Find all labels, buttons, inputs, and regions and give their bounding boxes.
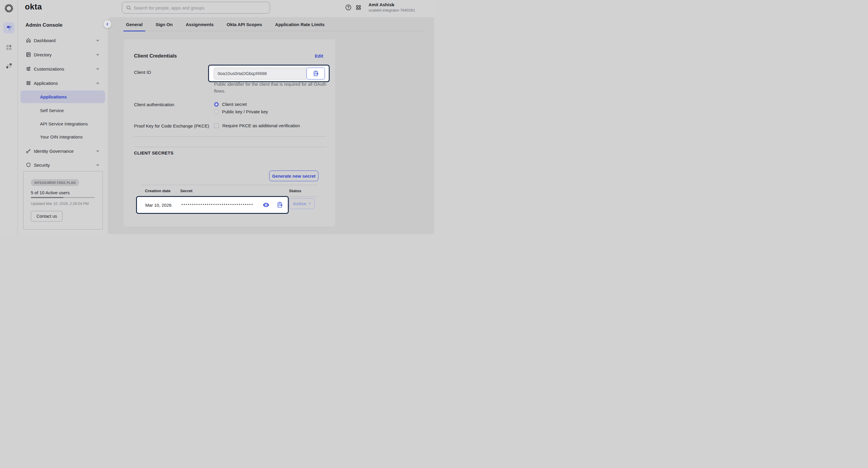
chevron-down-icon [96,67,100,71]
sidebar-item-directory[interactable]: Directory [18,51,107,59]
plan-panel: INTEGRATOR FREE PLAN 5 of 10 Active user… [23,171,103,230]
main-content: General Sign On Assignments Okta API Sco… [107,17,434,234]
sliders-icon [26,66,31,71]
copy-to-clipboard-icon [313,70,319,77]
search-input[interactable] [134,5,267,10]
global-search [122,2,270,13]
tab-application-rate-limits[interactable]: Application Rate Limits [273,22,327,31]
app-detail-tabs: General Sign On Assignments Okta API Sco… [126,22,425,31]
client-id-label: Client ID [134,70,151,75]
sidebar-item-label: Applications [34,81,58,86]
plan-usage-text: 5 of 10 Active users [31,190,70,195]
chevron-down-icon [96,149,100,153]
sidebar-subitem-label: API Service Integrations [40,121,88,126]
key-icon [26,148,31,154]
client-id-highlight-box [208,65,330,82]
copy-secret-icon[interactable] [277,201,283,208]
sidebar-subitem-label: Self Service [40,108,64,113]
client-authentication-label: Client authentication [134,102,174,107]
pkce-checkbox-row[interactable]: Require PKCE as additional verification [214,123,300,128]
radio-unselected-icon [214,110,219,114]
checkbox-unchecked-icon [214,123,219,128]
sidebar-collapse-button[interactable] [103,20,112,28]
tab-okta-api-scopes[interactable]: Okta API Scopes [224,22,265,31]
plan-updated-text: Updated Mar 10, 2026, 2:26:04 PM [31,202,89,206]
okta-wordmark: okta [25,2,42,11]
grid-circles-icon [26,80,31,86]
column-header-secret: Secret [180,188,192,193]
plan-usage-progressbar [31,197,95,198]
grid-add-icon[interactable] [6,45,12,51]
divider [134,147,326,147]
sidebar-item-security[interactable]: Security [18,161,107,169]
status-label: Active [293,201,306,206]
client-id-input[interactable] [214,68,307,80]
org-identifier: scalekit-integrator-7640261 [369,8,415,12]
table-top-border [142,185,318,185]
contact-us-button[interactable]: Contact us [31,211,63,222]
secret-row-highlight-box: Mar 10, 2026 •••••••••••••••••••••••••••… [136,196,289,214]
masked-secret-value: •••••••••••••••••••••••••••••••••• [181,202,261,207]
secret-status-dropdown[interactable]: Active [289,198,315,209]
sidebar-item-label: Identity Governance [34,149,73,154]
tab-sign-on[interactable]: Sign On [153,22,176,31]
plan-usage-progress-fill [31,197,63,198]
chevron-down-icon [96,53,100,57]
help-icon[interactable] [345,4,351,11]
radio-option-label: Client secret [222,102,247,107]
radio-client-secret[interactable]: Client secret [214,102,247,107]
plan-badge: INTEGRATOR FREE PLAN [31,179,79,186]
card-title: Client Credentials [134,53,177,59]
sidebar-item-label: Directory [34,52,52,57]
sidebar-subitem-label: Your OIN Integrations [40,134,83,139]
caret-down-icon [308,203,311,205]
sidebar-item-label: Security [34,163,50,168]
column-header-status: Status [289,188,301,193]
rail-admin-console-item[interactable] [3,22,14,33]
sidebar: okta Admin Console Dashboard Directory C… [18,0,107,234]
reveal-secret-eye-icon[interactable] [262,203,270,207]
okta-spinner-logo-icon [4,3,14,13]
sidebar-subitem-self-service[interactable]: Self Service [18,107,107,114]
sidebar-item-customizations[interactable]: Customizations [18,65,107,73]
chevron-up-icon [96,81,100,85]
sidebar-subitem-label: Applications [40,94,67,99]
generate-new-secret-button[interactable]: Generate new secret [269,171,318,181]
chevron-down-icon[interactable] [391,4,395,7]
search-icon [126,5,131,10]
chevron-down-icon [96,38,100,42]
copy-client-id-button[interactable] [307,68,325,80]
console-title: Admin Console [26,22,63,28]
tab-general[interactable]: General [123,22,145,31]
column-header-creation-date: Creation date [145,188,170,193]
sidebar-item-label: Dashboard [34,38,56,43]
home-icon [26,38,31,43]
sidebar-item-applications[interactable]: Applications [18,79,107,87]
okta-admin-console: okta Admin Console Dashboard Directory C… [0,0,434,234]
sidebar-item-identity-governance[interactable]: Identity Governance [18,147,107,155]
client-id-help-text: Public identifier for the client that is… [214,81,332,94]
user-menu-name[interactable]: Amit Ashish [369,2,394,7]
radio-public-private-key[interactable]: Public key / Private key [214,109,268,114]
pkce-option-label: Require PKCE as additional verification [222,123,300,128]
apps-grid-icon[interactable] [355,4,362,11]
sidebar-subitem-applications-selected[interactable]: Applications [21,90,105,103]
client-secrets-heading: CLIENT SECRETS [134,150,174,155]
sidebar-subitem-api-service-integrations[interactable]: API Service Integrations [18,120,107,127]
workflow-icon[interactable] [6,63,12,69]
sidebar-subitem-your-oin-integrations[interactable]: Your OIN Integrations [18,133,107,141]
edit-link[interactable]: Edit [315,53,323,58]
pkce-label: Proof Key for Code Exchange (PKCE) [134,123,209,128]
sidebar-item-dashboard[interactable]: Dashboard [18,36,107,45]
id-card-icon [26,52,31,57]
cursor-dot [49,181,51,184]
toggles-icon [6,25,12,31]
client-credentials-card: Client Credentials Edit Client ID Public… [123,39,336,227]
tab-assignments[interactable]: Assignments [183,22,216,31]
radio-option-label: Public key / Private key [222,109,268,114]
icon-rail [0,0,18,234]
secret-creation-date: Mar 10, 2026 [145,203,172,208]
chevron-left-icon [105,22,110,26]
chevron-down-icon [96,163,100,167]
shield-icon [26,162,31,168]
